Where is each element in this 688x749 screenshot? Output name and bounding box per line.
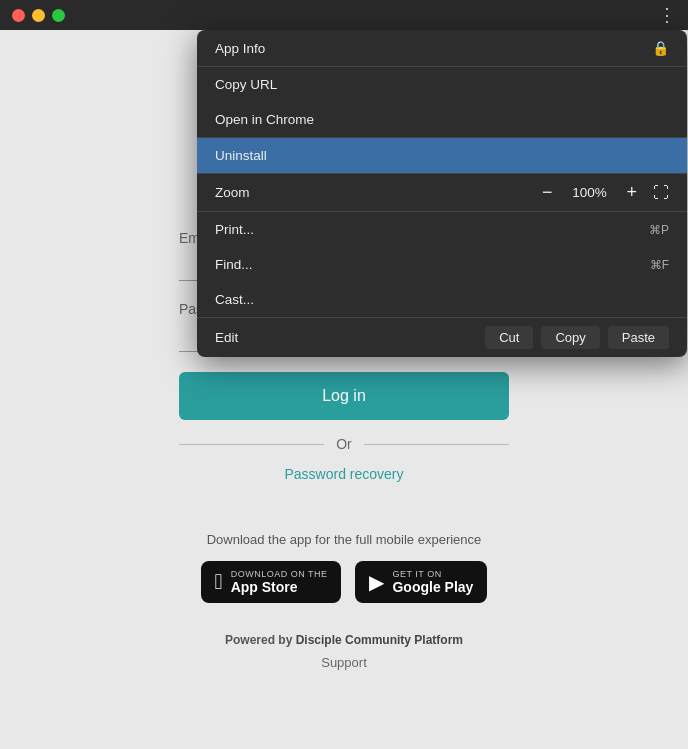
zoom-minus-button[interactable]: − [538,182,557,203]
menu-item-uninstall-label: Uninstall [215,148,267,163]
menu-item-find[interactable]: Find... ⌘F [197,247,687,282]
powered-by-brand: Disciple Community Platform [296,633,463,647]
app-store-button[interactable]:  Download on the App Store [201,561,342,603]
copy-button[interactable]: Copy [541,326,599,349]
app-store-sub: Download on the [231,569,328,579]
password-recovery-link[interactable]: Password recovery [284,466,403,482]
menu-item-open-chrome[interactable]: Open in Chrome [197,102,687,137]
powered-by-prefix: Powered by [225,633,296,647]
zoom-expand-icon[interactable]: ⛶ [653,184,669,202]
app-download-text: Download the app for the full mobile exp… [207,532,482,547]
login-button[interactable]: Log in [179,372,509,420]
paste-button[interactable]: Paste [608,326,669,349]
menu-item-uninstall[interactable]: Uninstall [197,138,687,173]
minimize-button[interactable] [32,9,45,22]
close-button[interactable] [12,9,25,22]
menu-item-app-info-label: App Info [215,41,265,56]
edit-label: Edit [215,330,238,345]
zoom-plus-button[interactable]: + [622,182,641,203]
apple-icon:  [215,569,223,595]
maximize-button[interactable] [52,9,65,22]
or-line-left [179,444,324,445]
traffic-lights [12,9,65,22]
menu-item-cast-label: Cast... [215,292,254,307]
print-shortcut: ⌘P [649,223,669,237]
store-buttons:  Download on the App Store ▶ GET IT ON … [201,561,488,603]
zoom-controls: − 100% + ⛶ [538,182,669,203]
google-play-button[interactable]: ▶ GET IT ON Google Play [355,561,487,603]
lock-icon: 🔒 [652,40,669,56]
zoom-value: 100% [568,185,610,200]
or-divider: Or [179,436,509,452]
google-play-name: Google Play [392,579,473,595]
google-play-icon: ▶ [369,570,384,594]
menu-item-cast[interactable]: Cast... [197,282,687,317]
or-text: Or [324,436,364,452]
menu-item-app-info[interactable]: App Info 🔒 [197,30,687,66]
zoom-row: Zoom − 100% + ⛶ [197,174,687,211]
menu-item-open-chrome-label: Open in Chrome [215,112,314,127]
or-line-right [364,444,509,445]
cut-button[interactable]: Cut [485,326,533,349]
edit-actions: Cut Copy Paste [485,326,669,349]
edit-row: Edit Cut Copy Paste [197,318,687,357]
zoom-label: Zoom [215,185,250,200]
find-shortcut: ⌘F [650,258,669,272]
support-link[interactable]: Support [321,655,367,670]
powered-by: Powered by Disciple Community Platform [225,633,463,647]
app-store-name: App Store [231,579,328,595]
title-bar: ⋮ [0,0,688,30]
more-icon[interactable]: ⋮ [658,4,676,26]
menu-item-print[interactable]: Print... ⌘P [197,212,687,247]
context-menu: App Info 🔒 Copy URL Open in Chrome Unins… [197,30,687,357]
google-play-sub: GET IT ON [392,569,473,579]
menu-item-copy-url-label: Copy URL [215,77,277,92]
menu-item-print-label: Print... [215,222,254,237]
menu-item-copy-url[interactable]: Copy URL [197,67,687,102]
menu-item-find-label: Find... [215,257,253,272]
